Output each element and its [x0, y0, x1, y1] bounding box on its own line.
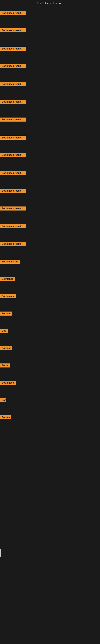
cursor-line: [0, 549, 1, 557]
bar-row-16: Botttlenec: [0, 277, 15, 282]
bottleneck-bar-15[interactable]: Bottleneck res: [0, 260, 20, 264]
bottleneck-bar-11[interactable]: Bottleneck result: [0, 189, 26, 193]
bar-row-3: Bottleneck result: [0, 47, 26, 52]
bottleneck-bar-20[interactable]: Bottlene: [0, 346, 12, 350]
bottleneck-bar-12[interactable]: Bottleneck result: [0, 206, 26, 210]
bar-row-12: Bottleneck result: [0, 206, 26, 211]
bottleneck-bar-4[interactable]: Bottleneck result: [0, 64, 26, 68]
bottleneck-bar-23[interactable]: Bot: [0, 398, 6, 402]
bar-row-14: Bottleneck result: [0, 242, 26, 247]
bottleneck-bar-16[interactable]: Botttlenec: [0, 277, 15, 281]
bar-row-19: Bott: [0, 329, 8, 334]
bar-row-9: Bottleneck result: [0, 153, 26, 158]
bar-row-24: Bottlen: [0, 416, 11, 420]
bar-row-6: Bottleneck result: [0, 100, 26, 105]
bar-row-21: Bottle: [0, 364, 10, 368]
bar-row-23: Bot: [0, 398, 6, 403]
bar-row-11: Bottleneck result: [0, 189, 26, 194]
bottleneck-bar-2[interactable]: Bottleneck result: [0, 28, 26, 32]
bar-row-15: Bottleneck res: [0, 260, 20, 264]
bar-row-13: Bottleneck result: [0, 224, 26, 229]
bottleneck-bar-3[interactable]: Bottleneck result: [0, 47, 26, 51]
bottleneck-bar-21[interactable]: Bottle: [0, 364, 10, 368]
bar-row-17: Bottleneck r: [0, 294, 16, 299]
bar-row-10: Bottleneck result: [0, 171, 26, 176]
bottleneck-bar-7[interactable]: Bottleneck result: [0, 118, 26, 122]
bottleneck-bar-10[interactable]: Bottleneck result: [0, 171, 26, 175]
bar-row-22: Bottleneck: [0, 381, 16, 386]
bottleneck-bar-14[interactable]: Bottleneck result: [0, 242, 26, 246]
bottleneck-bar-18[interactable]: Bottlene: [0, 312, 12, 316]
bar-row-5: Bottleneck result: [0, 82, 26, 87]
bottleneck-bar-13[interactable]: Bottleneck result: [0, 224, 26, 228]
bar-row-2: Bottleneck result: [0, 28, 26, 33]
bottleneck-bar-1[interactable]: Bottleneck result: [0, 11, 26, 15]
bar-row-1: Bottleneck result: [0, 11, 26, 16]
site-title: TheBottlenecker.com: [0, 0, 100, 6]
bottleneck-bar-17[interactable]: Bottleneck r: [0, 294, 16, 298]
bottleneck-bar-8[interactable]: Bottleneck result: [0, 136, 26, 140]
bottleneck-bar-24[interactable]: Bottlen: [0, 416, 11, 420]
bottleneck-bar-6[interactable]: Bottleneck result: [0, 100, 26, 104]
bar-row-18: Bottlene: [0, 312, 12, 316]
bottleneck-bar-5[interactable]: Bottleneck result: [0, 82, 26, 86]
bar-row-4: Bottleneck result: [0, 64, 26, 69]
bar-row-8: Bottleneck result: [0, 136, 26, 140]
bar-row-20: Bottlene: [0, 346, 12, 351]
bar-row-7: Bottleneck result: [0, 118, 26, 122]
bottleneck-bar-22[interactable]: Bottleneck: [0, 381, 16, 385]
bottleneck-bar-19[interactable]: Bott: [0, 329, 8, 333]
bottleneck-bar-9[interactable]: Bottleneck result: [0, 153, 26, 157]
